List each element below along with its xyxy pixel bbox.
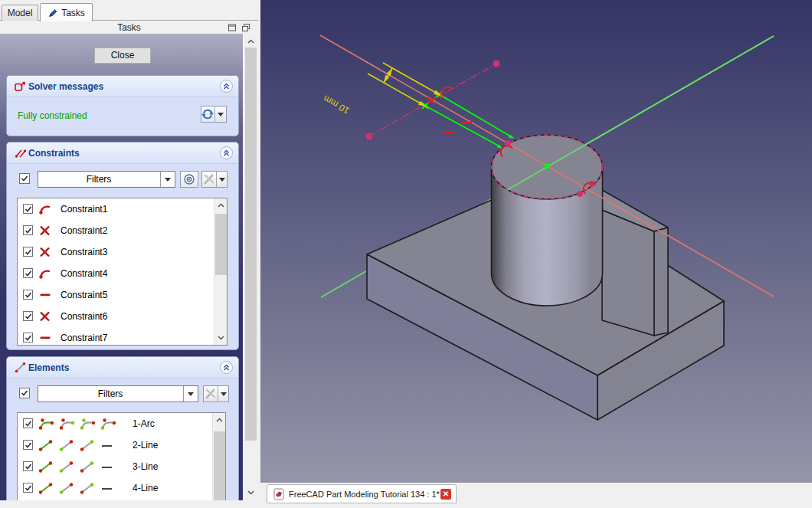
constraints-collapse-button[interactable] (220, 146, 233, 159)
row-checkbox[interactable] (23, 418, 33, 428)
row-checkbox[interactable] (23, 311, 33, 321)
constraint-row[interactable]: Constraint5 (18, 284, 227, 306)
constraints-settings-button[interactable] (201, 171, 228, 188)
panel-body: Close Solver messages Fully constrained (0, 34, 244, 500)
row-checkbox[interactable] (23, 483, 33, 493)
panel-scrollbar[interactable] (244, 34, 257, 500)
scroll-up-icon[interactable] (247, 38, 255, 46)
element-row[interactable]: 4-Line (18, 477, 225, 499)
float-icon[interactable] (241, 23, 250, 32)
panel-title: Tasks (117, 22, 141, 33)
solver-collapse-button[interactable] (220, 80, 233, 93)
element-type-icons (38, 439, 120, 455)
row-checkbox[interactable] (23, 290, 33, 300)
close-button[interactable]: Close (94, 48, 151, 64)
constraint-row[interactable]: Constraint6 (18, 306, 227, 327)
dock-icon[interactable] (228, 23, 237, 32)
show-constraints-button[interactable] (180, 171, 198, 188)
scroll-down-icon[interactable] (217, 333, 225, 342)
element-row[interactable]: 5-Arc (18, 499, 225, 500)
model-cylinder[interactable] (492, 135, 603, 306)
constraints-filter-arrow[interactable] (160, 172, 175, 187)
constraints-title: Constraints (28, 148, 80, 159)
elements-filter-arrow[interactable] (183, 386, 198, 401)
document-tab-label: FreeCAD Part Modeling Tutorial 134 : 1* (289, 490, 440, 499)
eye-icon (182, 172, 197, 186)
solver-icon (14, 80, 27, 93)
scroll-up-icon[interactable] (215, 416, 224, 424)
row-checkbox[interactable] (23, 461, 33, 471)
element-type-icons (38, 460, 120, 477)
document-tab[interactable]: FreeCAD Part Modeling Tutorial 134 : 1* … (267, 484, 457, 503)
constraint-label: Constraint4 (61, 268, 107, 279)
elements-header[interactable]: Elements (7, 357, 238, 379)
scroll-down-icon[interactable] (247, 488, 255, 497)
row-checkbox[interactable] (23, 247, 33, 257)
elements-collapse-button[interactable] (220, 361, 233, 374)
solver-status: Fully constrained (18, 110, 87, 121)
solver-messages-header[interactable]: Solver messages (7, 76, 238, 97)
refresh-button[interactable] (201, 106, 227, 123)
solver-messages-title: Solver messages (28, 81, 103, 92)
constraints-header[interactable]: Constraints (7, 143, 238, 164)
constraint-label: Constraint7 (61, 333, 107, 343)
tab-model[interactable]: Model (2, 5, 38, 21)
coincident-constraint-icon (38, 246, 53, 261)
tab-tasks[interactable]: Tasks (40, 3, 93, 21)
row-checkbox[interactable] (23, 204, 33, 214)
refresh-dropdown[interactable] (214, 107, 226, 122)
constraints-scroll-thumb[interactable] (215, 214, 227, 275)
elements-filter-combo[interactable]: Filters (38, 385, 198, 402)
constraints-list: Constraint1Constraint2Constraint3Constra… (17, 198, 228, 346)
elements-scroll-thumb[interactable] (214, 431, 225, 500)
scroll-up-icon[interactable] (217, 202, 225, 210)
construction-endpoint[interactable] (493, 61, 500, 67)
horizontal-constraint-icon (38, 289, 53, 304)
element-row[interactable]: 2-Line (18, 434, 225, 456)
constraint-row[interactable]: Constraint4 (18, 263, 227, 284)
row-checkbox[interactable] (23, 440, 33, 450)
elements-filter-label: Filters (38, 386, 182, 401)
elements-settings-dropdown[interactable] (218, 386, 228, 401)
construction-endpoint[interactable] (366, 133, 373, 140)
row-checkbox[interactable] (23, 225, 33, 235)
constraints-section: Constraints Filters (6, 142, 239, 350)
tools-icon (202, 172, 216, 186)
document-tabbar: FreeCAD Part Modeling Tutorial 134 : 1* … (260, 483, 812, 508)
constraint-label: Constraint1 (61, 204, 107, 215)
constraints-list-scrollbar[interactable] (214, 198, 227, 345)
elements-list-scrollbar[interactable] (212, 413, 225, 500)
viewport-3d[interactable]: 10 mm (260, 0, 812, 483)
sketch-origin-point[interactable] (545, 164, 550, 169)
tab-model-label: Model (8, 8, 33, 18)
element-row[interactable]: 3-Line (18, 456, 225, 477)
coincident-constraint-icon (38, 310, 53, 326)
element-row[interactable]: 1-Arc (18, 413, 225, 434)
elements-settings-button[interactable] (203, 385, 229, 402)
panel-scroll-thumb[interactable] (245, 48, 257, 441)
tasks-panel: Model Tasks Tasks Close Solver messages … (0, 0, 260, 508)
element-label: 2-Line (133, 440, 158, 451)
document-tab-close-button[interactable]: ✕ (440, 489, 451, 500)
row-checkbox[interactable] (23, 333, 33, 342)
constraint-label: Constraint5 (61, 290, 107, 300)
horizontal-constraint-icon (38, 332, 53, 346)
row-checkbox[interactable] (23, 268, 33, 278)
rib-front-face[interactable] (654, 228, 668, 336)
coincident-constraint-icon (38, 225, 53, 240)
element-type-icons (38, 482, 120, 498)
constraints-filter-combo[interactable]: Filters (38, 171, 175, 188)
tools-icon (204, 387, 218, 401)
constraint-label: Constraint2 (61, 225, 107, 236)
constraint-row[interactable]: Constraint1 (18, 198, 227, 220)
constraints-settings-dropdown[interactable] (216, 172, 227, 187)
constraint-row[interactable]: Constraint7 (18, 327, 227, 346)
constraint-row[interactable]: Constraint2 (18, 220, 227, 241)
elements-icon (14, 362, 27, 374)
constraint-label: Constraint3 (61, 247, 107, 257)
elements-check-all[interactable] (19, 388, 30, 398)
freecad-file-icon (273, 488, 285, 500)
refresh-icon (201, 107, 214, 121)
constraints-check-all[interactable] (19, 173, 30, 184)
constraint-row[interactable]: Constraint3 (18, 241, 227, 263)
